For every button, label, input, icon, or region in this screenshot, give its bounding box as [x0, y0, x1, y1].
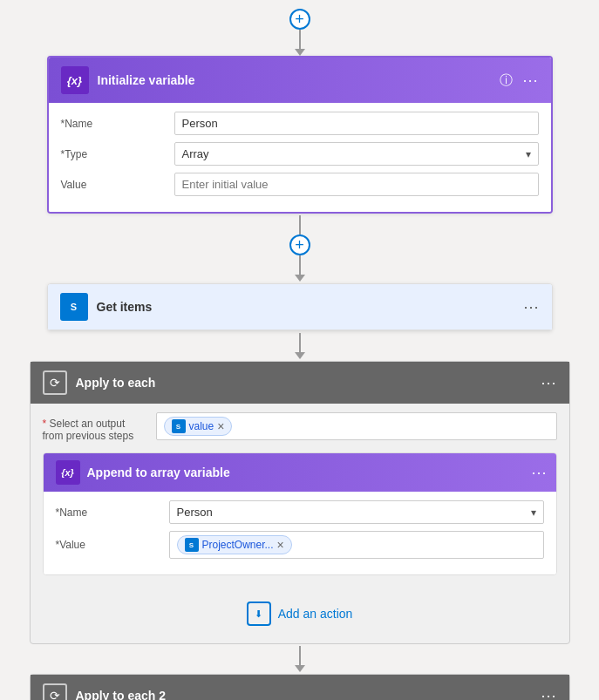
select-output-label: Select an outputfrom previous steps [43, 412, 156, 442]
apply-each-icon: ⟳ [43, 370, 67, 395]
init-var-type-select[interactable]: Array ▾ [174, 142, 539, 166]
apply-each-card: ⟳ Apply to each ··· Select an outputfrom… [30, 361, 570, 644]
init-var-type-label: *Type [61, 148, 174, 160]
append-name-select[interactable]: Person ▾ [169, 500, 544, 524]
init-var-header: {x} Initialize variable ⓘ ··· [49, 58, 551, 103]
apply-each2-more-button[interactable]: ··· [541, 687, 556, 701]
append-name-label: *Name [56, 506, 169, 519]
init-var-icon: {x} [61, 66, 89, 94]
select-output-input[interactable]: S value × [156, 412, 557, 440]
mid-add-button-1[interactable]: + [289, 234, 310, 255]
top-add-button[interactable]: + [289, 9, 310, 30]
projectowner-token: S ProjectOwner... × [177, 535, 292, 554]
projectowner-token-icon: S [185, 538, 199, 552]
init-var-name-input[interactable] [174, 112, 539, 135]
append-card: {x} Append to array variable ··· *Name P… [43, 452, 557, 575]
append-name-value: Person [177, 506, 213, 519]
init-var-type-row: *Type Array ▾ [61, 142, 539, 166]
apply-each-body: Select an outputfrom previous steps S va… [31, 404, 569, 643]
init-var-body: *Name *Type Array ▾ Value [49, 103, 551, 212]
init-var-card: {x} Initialize variable ⓘ ··· *Name *Typ… [47, 56, 553, 214]
projectowner-token-close[interactable]: × [277, 539, 284, 551]
init-var-name-label: *Name [61, 118, 174, 130]
apply-each2-title: Apply to each 2 [76, 689, 557, 700]
get-items-icon: S [60, 293, 88, 321]
init-var-title: Initialize variable [98, 73, 539, 87]
apply-each2-icon: ⟳ [43, 683, 67, 700]
add-action-area[interactable]: ⬇ Add an action [43, 584, 557, 635]
add-action-label: Add an action [278, 607, 353, 621]
get-items-title: Get items [97, 300, 540, 314]
value-token-icon: S [172, 419, 186, 433]
append-value-label: *Value [56, 539, 169, 551]
type-chevron-icon: ▾ [526, 148, 531, 160]
init-var-type-value: Array [182, 147, 209, 160]
append-value-input[interactable]: S ProjectOwner... × [169, 531, 544, 559]
append-value-row: *Value S ProjectOwner... × [56, 531, 544, 559]
add-action-icon: ⬇ [247, 601, 271, 626]
get-items-more-button[interactable]: ··· [523, 298, 539, 316]
apply-each2-card: ⟳ Apply to each 2 ··· Select an outputfr… [30, 674, 570, 700]
init-var-name-row: *Name [61, 112, 539, 135]
init-var-value-label: Value [61, 179, 174, 191]
append-icon: {x} [56, 460, 80, 485]
append-name-row: *Name Person ▾ [56, 500, 544, 524]
init-var-value-row: Value [61, 173, 539, 196]
append-name-chevron-icon: ▾ [531, 506, 536, 519]
apply-each2-header: ⟳ Apply to each 2 ··· [31, 675, 569, 700]
append-card-header: {x} Append to array variable ··· [44, 453, 556, 492]
append-more-button[interactable]: ··· [531, 464, 547, 482]
select-output-row: Select an outputfrom previous steps S va… [43, 412, 557, 442]
append-title: Append to array variable [87, 466, 544, 479]
value-token-label: value [189, 420, 214, 432]
apply-each-title: Apply to each [76, 376, 557, 390]
init-var-info-button[interactable]: ⓘ [500, 72, 513, 89]
projectowner-token-label: ProjectOwner... [202, 539, 274, 551]
value-token-close[interactable]: × [217, 420, 224, 432]
init-var-value-input[interactable] [174, 173, 539, 196]
append-card-body: *Name Person ▾ *Value S ProjectOwner... [44, 492, 556, 574]
get-items-header: S Get items ··· [48, 284, 552, 330]
value-token: S value × [164, 417, 233, 436]
init-var-more-button[interactable]: ··· [522, 71, 538, 90]
get-items-card: S Get items ··· [47, 283, 553, 331]
apply-each-header: ⟳ Apply to each ··· [31, 362, 569, 404]
apply-each-more-button[interactable]: ··· [541, 374, 556, 392]
